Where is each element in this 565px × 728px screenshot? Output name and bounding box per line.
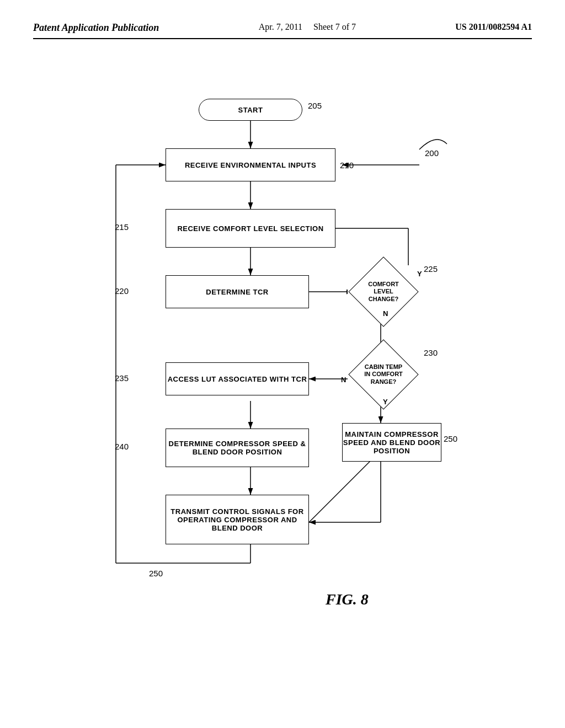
receive-env-node: RECEIVE ENVIRONMENTAL INPUTS	[166, 148, 335, 181]
header-date: Apr. 7, 2011	[259, 22, 302, 31]
label-230: 230	[424, 348, 438, 357]
label-220: 220	[115, 286, 129, 296]
figure-label: FIG. 8	[326, 591, 369, 608]
comfort-change-n-label: N	[383, 309, 388, 318]
page-header: Patent Application Publication Apr. 7, 2…	[33, 22, 532, 39]
cabin-temp-diamond: CABIN TEMP IN COMFORT RANGE?	[348, 348, 419, 401]
label-200: 200	[425, 148, 439, 158]
label-250a: 250	[444, 434, 457, 443]
comfort-change-y-label: Y	[417, 270, 422, 278]
label-240: 240	[115, 442, 129, 451]
page: Patent Application Publication Apr. 7, 2…	[0, 0, 565, 728]
label-225: 225	[424, 264, 438, 274]
label-205: 205	[308, 101, 322, 110]
label-215: 215	[115, 222, 129, 232]
maintain-node: MAINTAIN COMPRESSOR SPEED AND BLEND DOOR…	[342, 423, 441, 462]
header-sheet: Sheet 7 of 7	[313, 22, 356, 31]
patent-number: US 2011/0082594 A1	[455, 22, 532, 32]
cabin-temp-n-label: N	[341, 376, 346, 384]
diagram-area: START 205 200 RECEIVE ENVIRONMENTAL INPU…	[33, 50, 532, 684]
access-lut-node: ACCESS LUT ASSOCIATED WITH TCR	[166, 362, 309, 395]
cabin-temp-y-label: Y	[383, 398, 388, 406]
start-node: START	[199, 99, 302, 121]
label-210: 210	[340, 160, 354, 170]
determine-tcr-node: DETERMINE TCR	[166, 275, 309, 308]
receive-comfort-node: RECEIVE COMFORT LEVEL SELECTION	[166, 209, 335, 248]
transmit-node: TRANSMIT CONTROL SIGNALS FOR OPERATING C…	[166, 495, 309, 544]
determine-comp-node: DETERMINE COMPRESSOR SPEED & BLEND DOOR …	[166, 429, 309, 467]
publication-label: Patent Application Publication	[33, 22, 159, 34]
label-235: 235	[115, 373, 129, 383]
label-250b: 250	[149, 569, 163, 578]
header-date-sheet: Apr. 7, 2011 Sheet 7 of 7	[259, 22, 356, 32]
